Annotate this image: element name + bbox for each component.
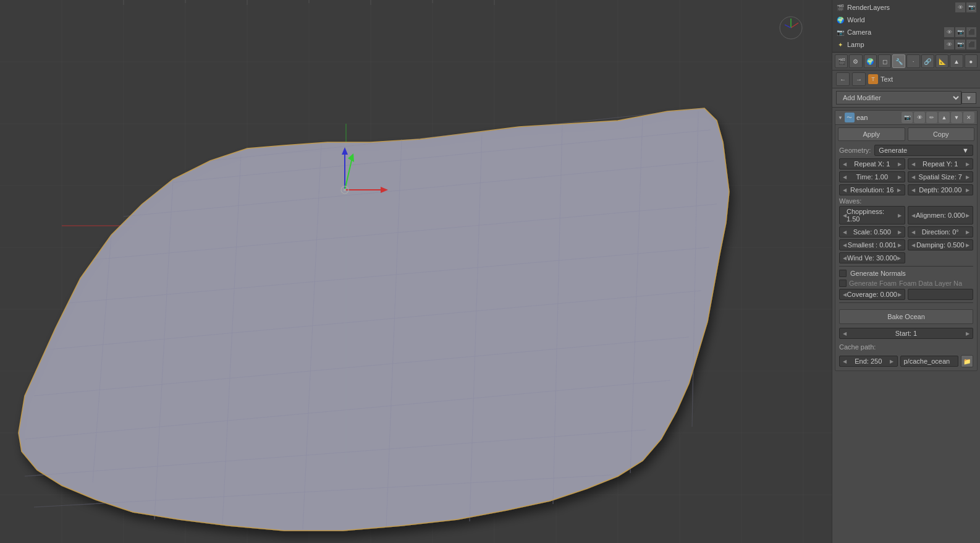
scale-value: Scale: 0.500 (853, 228, 891, 236)
apply-copy-row: Apply Copy (835, 125, 977, 143)
outliner-camera-render[interactable]: 📷 (955, 27, 965, 37)
start-arrow-r: ▶ (966, 331, 969, 336)
damping-field[interactable]: ◀ Damping: 0.500 ▶ (908, 239, 974, 250)
outliner-label-world: World (847, 16, 865, 24)
start-field[interactable]: ◀ Start: 1 ▶ (839, 328, 973, 339)
windve-field[interactable]: ◀ Wind Ve: 30.000 ▶ (839, 252, 905, 263)
prop-context-back[interactable]: ← (836, 72, 850, 86)
alignment-value: Alignmen: 0.000 (916, 212, 965, 219)
prop-btn-particles[interactable]: · (906, 54, 919, 68)
choppiness-field[interactable]: ◀ Choppiness: 1.50 ▶ (839, 206, 905, 224)
repeat-x-arrow-r: ▶ (898, 161, 902, 167)
outliner-item-world[interactable]: 🌍 World (832, 14, 980, 26)
outliner-lamp-eye[interactable]: 👁 (944, 40, 954, 49)
prop-btn-scene[interactable]: ⚙ (849, 54, 862, 68)
add-modifier-arrow[interactable]: ▼ (961, 92, 976, 104)
scale-field[interactable]: ◀ Scale: 0.500 ▶ (839, 226, 905, 237)
outliner-label-lamp: Lamp (847, 41, 864, 48)
outliner-item-renderlayers[interactable]: 🎬 RenderLayers 👁 📷 (832, 1, 980, 14)
modifier-header-buttons: 📷 👁 ✏ ▲ ▼ ✕ (902, 112, 974, 123)
generate-foam-label: Generate Foam (849, 280, 897, 287)
depth-arrow-r: ▶ (966, 187, 969, 193)
waves-row-4: ◀ Wind Ve: 30.000 ▶ (839, 252, 973, 263)
depth-field[interactable]: ◀ Depth: 200.00 ▶ (908, 184, 974, 195)
prop-btn-data[interactable]: ▲ (950, 54, 963, 68)
render-icon: 🎬 (836, 3, 845, 12)
apply-button[interactable]: Apply (838, 127, 905, 141)
modifier-collapse-triangle[interactable]: ▼ (838, 115, 843, 121)
modifier-block: ▼ 〜 ean 📷 👁 ✏ ▲ ▼ ✕ Apply Copy Geometry: (835, 110, 978, 371)
modifier-close-btn[interactable]: ✕ (963, 112, 974, 123)
prop-btn-modifier[interactable]: 🔧 (892, 54, 905, 68)
foam-data-layer-label: Foam Data Layer Na (899, 280, 962, 287)
outliner-camera-extra[interactable]: ⬛ (966, 27, 976, 37)
time-field[interactable]: ◀ Time: 1.00 ▶ (839, 171, 905, 182)
modifier-eye-btn[interactable]: 👁 (914, 112, 925, 123)
modifier-name: ean (856, 114, 900, 121)
outliner-lamp-render[interactable]: 📷 (955, 40, 965, 49)
outliner-item-lamp[interactable]: ✦ Lamp 👁 📷 ⬛ (832, 38, 980, 51)
divider-2 (839, 302, 973, 303)
spatial-arrow-l: ◀ (911, 174, 915, 180)
modifier-render-btn[interactable]: 📷 (902, 112, 913, 123)
end-value: End: 250 (855, 357, 882, 365)
foam-data-row: ◀ Coverage: 0.000 ▶ (839, 289, 973, 300)
bake-start-row: ◀ Start: 1 ▶ (835, 327, 977, 340)
coverage-field[interactable]: ◀ Coverage: 0.000 ▶ (839, 289, 905, 300)
viewport[interactable] (0, 0, 832, 543)
prop-btn-material[interactable]: ● (965, 54, 978, 68)
bake-ocean-button[interactable]: Bake Ocean (839, 309, 973, 324)
prop-context: ← → T Text (832, 71, 980, 88)
resolution-field[interactable]: ◀ Resolution: 16 ▶ (839, 184, 905, 195)
modifier-header: ▼ 〜 ean 📷 👁 ✏ ▲ ▼ ✕ (835, 111, 977, 125)
repeat-y-arrow-l: ◀ (911, 161, 915, 167)
time-arrow-r: ▶ (898, 174, 902, 180)
prop-context-label: Text (881, 75, 893, 83)
cache-path-row: Cache path: (835, 342, 977, 352)
generate-foam-checkbox[interactable] (839, 280, 847, 287)
waves-label: Waves: (839, 197, 973, 205)
prop-row-time: ◀ Time: 1.00 ▶ ◀ Spatial Size: 7 ▶ (839, 171, 973, 182)
start-value: Start: 1 (895, 330, 917, 337)
prop-btn-constraints[interactable]: 📐 (936, 54, 948, 68)
outliner-camera-eye[interactable]: 👁 (944, 27, 954, 37)
smallest-field[interactable]: ◀ Smallest : 0.001 ▶ (839, 239, 905, 250)
generate-normals-row: Generate Normals (839, 269, 973, 278)
outliner-renderlayers-render[interactable]: 📷 (966, 2, 976, 12)
cache-path-field[interactable]: p/cache_ocean (900, 356, 959, 367)
prop-btn-physics[interactable]: 🔗 (921, 54, 934, 68)
prop-row-resolution: ◀ Resolution: 16 ▶ ◀ Depth: 200.00 ▶ (839, 184, 973, 195)
geometry-select[interactable]: Generate ▼ (874, 145, 973, 156)
outliner-item-camera[interactable]: 📷 Camera 👁 📷 ⬛ (832, 26, 980, 38)
outliner-lamp-extra[interactable]: ⬛ (966, 40, 976, 49)
end-field[interactable]: ◀ End: 250 ▶ (839, 356, 898, 367)
prop-toolbar: 🎬 ⚙ 🌍 ◻ 🔧 · 🔗 📐 ▲ ● (832, 53, 980, 71)
prop-btn-object[interactable]: ◻ (878, 54, 891, 68)
outliner-label-camera: Camera (847, 28, 871, 36)
repeat-y-field[interactable]: ◀ Repeat Y: 1 ▶ (908, 158, 974, 169)
cache-folder-button[interactable]: 📁 (961, 355, 973, 367)
generate-normals-checkbox[interactable] (839, 270, 847, 277)
outliner-label-renderlayers: RenderLayers (847, 4, 890, 11)
direction-field[interactable]: ◀ Direction: 0° ▶ (908, 226, 974, 237)
lamp-icon: ✦ (836, 40, 845, 49)
prop-btn-render[interactable]: 🎬 (835, 54, 848, 68)
camera-icon: 📷 (836, 28, 845, 36)
add-modifier-select[interactable]: Add Modifier (836, 91, 961, 105)
copy-button[interactable]: Copy (908, 127, 975, 141)
repeat-x-field[interactable]: ◀ Repeat X: 1 ▶ (839, 158, 905, 169)
depth-value: Depth: 200.00 (919, 186, 961, 194)
modifier-edit-btn[interactable]: ✏ (926, 112, 937, 123)
waves-row-2: ◀ Scale: 0.500 ▶ ◀ Direction: 0° ▶ (839, 226, 973, 237)
modifier-header-icon: 〜 (845, 113, 855, 122)
alignment-field[interactable]: ◀ Alignmen: 0.000 ▶ (908, 206, 974, 224)
viewport-svg (0, 0, 832, 543)
prop-context-fwd[interactable]: → (852, 72, 866, 86)
spatial-size-field[interactable]: ◀ Spatial Size: 7 ▶ (908, 171, 974, 182)
foam-data-field[interactable] (908, 289, 974, 300)
outliner-renderlayers-eye[interactable]: 👁 (955, 2, 965, 12)
prop-btn-world[interactable]: 🌍 (864, 54, 877, 68)
modifier-shrink-btn[interactable]: ▼ (951, 112, 962, 123)
modifier-expand-btn[interactable]: ▲ (939, 112, 950, 123)
outliner-renderlayers-controls: 👁 📷 (955, 2, 976, 12)
